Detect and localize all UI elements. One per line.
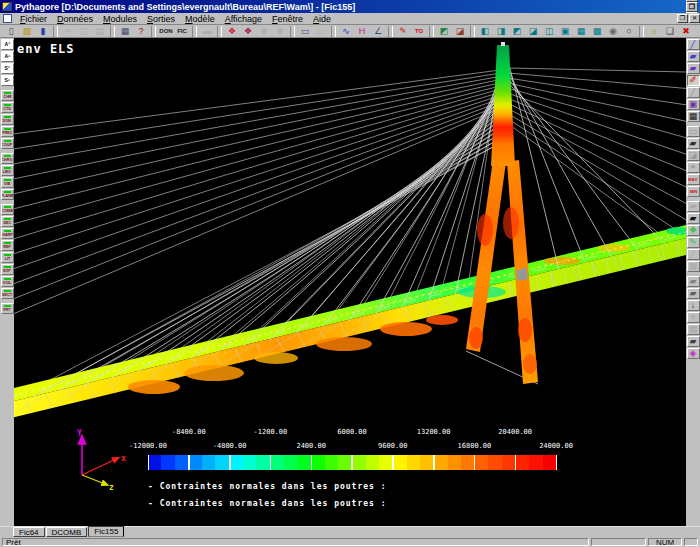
toolbar-palette-2-button[interactable]: ◪ [452,25,468,37]
menu-donnees[interactable]: Données [52,14,98,24]
left-rail-s-button[interactable]: S° [1,63,14,74]
toolbar-paste-button[interactable]: ▤ [92,25,108,37]
right-rail-splash-green-button[interactable]: ❖ [687,225,700,236]
left-rail-a-button[interactable]: A° [1,39,14,50]
toolbar-speaker-button[interactable]: ▬ [199,25,215,37]
menu-modules[interactable]: Modules [98,14,142,24]
left-rail-vib-button[interactable]: VIB [1,177,14,188]
left-rail-a-button[interactable]: Aⁿ [1,51,14,62]
menu-modele[interactable]: Modèle [180,14,220,24]
toolbar-histogram-button[interactable]: H [354,25,370,37]
right-rail-erase-disabled-button[interactable]: ▰ [687,201,700,212]
right-rail-pen-red-button[interactable]: ✐ [687,75,700,86]
right-rail-line-disabled-2-button[interactable]: ╱ [687,249,700,260]
toolbar-sphere-button[interactable]: ◉ [605,25,621,37]
left-rail-don-button[interactable]: DON [1,114,14,125]
left-rail-lit-button[interactable]: LIT [1,252,14,263]
left-rail-exp-button[interactable]: EXP [1,264,14,275]
toolbar-new-button[interactable]: ▯ [3,25,19,37]
right-rail-cube-rainbow-button[interactable]: ◈ [687,348,700,359]
toolbar-plug-2-button[interactable]: ❖ [240,25,256,37]
toolbar-view-cube-3-button[interactable]: ◩ [509,25,525,37]
left-rail-ref-button[interactable]: REF [1,240,14,251]
left-rail-dec-button[interactable]: DEC [1,216,14,227]
menu-sorties[interactable]: Sorties [142,14,180,24]
left-rail-s-button[interactable]: Sⁿ [1,75,14,86]
toolbar-plug-1-button[interactable]: ❖ [224,25,240,37]
right-rail-pen-green-button[interactable]: ✎ [687,237,700,248]
right-rail-min-button[interactable]: MIN [687,186,700,197]
left-rail-coup-button[interactable]: COUP [1,138,14,149]
menu-affichage[interactable]: Affichage [220,14,267,24]
right-rail-stamp-button[interactable]: ▣ [687,99,700,110]
maximize-button[interactable]: ❐ [686,2,698,12]
toolbar-copy-button[interactable]: ◫ [76,25,92,37]
left-rail-comb-button[interactable]: COMB [1,204,14,215]
left-rail-lmo-button[interactable]: LMO [1,165,14,176]
right-rail-matrix-button[interactable]: ▦ [687,111,700,122]
toolbar-view-cube-8-button[interactable]: ▩ [589,25,605,37]
toolbar-fic-button[interactable]: FIC [174,25,190,37]
toolbar-help-button[interactable]: ? [133,25,149,37]
toolbar-cut-button[interactable]: ✂ [60,25,76,37]
right-rail-table-disabled-button[interactable]: ▦ [687,324,700,335]
left-rail-chr-button[interactable]: CHR [1,90,14,101]
menu-aide[interactable]: Aide [308,14,336,24]
toolbar-frame-2-button[interactable]: ▭ [313,25,329,37]
toolbar-view-cube-1-button[interactable]: ◧ [477,25,493,37]
right-rail-max-button[interactable]: MAX [687,174,700,185]
left-rail-flamb-button[interactable]: FLAMB [1,189,14,200]
toolbar-view-cube-4-button[interactable]: ◪ [525,25,541,37]
right-rail-slab-dark-2-button[interactable]: ▰ [687,336,700,347]
left-rail-voil-button[interactable]: VOIL [1,276,14,287]
tab-fic155[interactable]: Fic155 [88,526,124,537]
toolbar-open-button[interactable]: ▨ [19,25,35,37]
toolbar-frame-button[interactable]: ▭ [297,25,313,37]
toolbar-save-button[interactable]: ▮ [35,25,51,37]
toolbar-view-cube-7-button[interactable]: ▦ [573,25,589,37]
menu-fichier[interactable]: Fichier [15,14,52,24]
right-rail-erase-black-button[interactable]: ▰ [687,213,700,224]
right-rail-slab-dark-button[interactable]: ▰ [687,138,700,149]
toolbar-palette-1-button[interactable]: ◩ [436,25,452,37]
right-rail-erase-purple-button[interactable]: ▰ [687,63,700,74]
toolbar-pen-button[interactable]: ✎ [395,25,411,37]
left-rail-chrg-button[interactable]: CHRG [1,153,14,164]
right-rail-slab-gray-2-button[interactable]: ▰ [687,288,700,299]
right-rail-tool-b-button[interactable]: ✦ [687,162,700,173]
toolbar-plug-4-button[interactable]: ❖ [272,25,288,37]
toolbar-view-cube-5-button[interactable]: ◫ [541,25,557,37]
viewport-canvas[interactable]: Y x z env ELS -12000.00-8400.00-4800.00-… [14,38,686,526]
toolbar-print-button[interactable]: ▦ [117,25,133,37]
right-rail-line-disabled-button[interactable]: ╱ [687,87,700,98]
mdi-restore-button[interactable]: ❐ [677,14,688,23]
right-rail-rect-disabled-button[interactable]: ▭ [687,126,700,137]
menu-fenetre[interactable]: Fenêtre [267,14,308,24]
left-rail-sect-button[interactable]: SECT [1,288,14,299]
left-rail-harp-button[interactable]: HARP [1,228,14,239]
toolbar-slope-button[interactable]: ∠ [370,25,386,37]
right-rail-fan-disabled-button[interactable]: ✦ [687,312,700,323]
right-rail-tool-a-button[interactable]: ◪ [687,150,700,161]
left-rail-cts-button[interactable]: CTS [1,102,14,113]
right-rail-arrow-down-button[interactable]: ↓ [687,300,700,311]
left-rail-frt-button[interactable]: FRT [1,303,14,314]
toolbar-bulb-button[interactable]: ☼ [646,25,662,37]
left-rail-prec-button[interactable]: PREC [1,126,14,137]
tab-dcomb[interactable]: DCOMB [46,527,88,537]
right-rail-erase-blue-button[interactable]: ▰ [687,51,700,62]
right-rail-draw-line-button[interactable]: ╱ [687,39,700,50]
right-rail-grid-disabled-button[interactable]: ▦ [687,261,700,272]
toolbar-to-button[interactable]: TO [411,25,427,37]
right-rail-slab-gray-button[interactable]: ▰ [687,276,700,287]
toolbar-exit-button[interactable]: ✖ [678,25,694,37]
toolbar-window-button[interactable]: ❏ [662,25,678,37]
tab-fic64[interactable]: Fic64 [13,527,45,537]
toolbar-don-button[interactable]: DON [158,25,174,37]
toolbar-zoom-button[interactable]: ○ [621,25,637,37]
mdi-close-button[interactable]: ✕ [689,14,700,23]
toolbar-view-cube-2-button[interactable]: ◨ [493,25,509,37]
close-button[interactable]: ✕ [686,12,698,14]
toolbar-curve-button[interactable]: ∿ [338,25,354,37]
toolbar-view-cube-6-button[interactable]: ▣ [557,25,573,37]
